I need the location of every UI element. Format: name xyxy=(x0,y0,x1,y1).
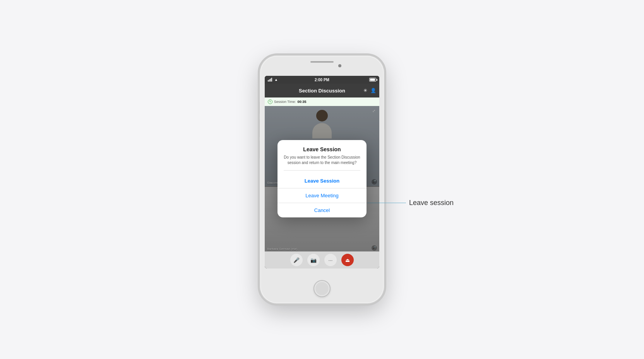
status-bar-left: ▲ xyxy=(268,78,278,82)
signal-bar-1 xyxy=(268,80,269,82)
status-bar-right xyxy=(369,78,376,82)
leave-meeting-button[interactable]: Leave Meeting xyxy=(277,188,367,203)
speaker-grille xyxy=(310,61,334,63)
modal-header-divider xyxy=(284,170,360,171)
signal-bar-3 xyxy=(270,79,271,82)
status-bar: ▲ 2:00 PM xyxy=(265,76,379,84)
phone-screen: ▲ 2:00 PM Section Discussion ✳ 👤 Session… xyxy=(265,76,379,268)
signal-bar-2 xyxy=(269,79,270,82)
header-icons: ✳ 👤 xyxy=(363,88,376,93)
home-button[interactable] xyxy=(313,280,331,297)
volume-up-button[interactable] xyxy=(258,120,260,137)
modal-overlay: Leave Session Do you want to leave the S… xyxy=(265,106,379,251)
user-icon[interactable]: 👤 xyxy=(370,88,376,93)
video-button[interactable]: 📷 xyxy=(307,254,320,266)
leave-session-dialog: Leave Session Do you want to leave the S… xyxy=(277,140,367,217)
leave-session-toolbar-button[interactable]: ⏏ xyxy=(341,254,354,266)
volume-down-button[interactable] xyxy=(258,141,260,158)
phone-shell: ▲ 2:00 PM Section Discussion ✳ 👤 Session… xyxy=(260,56,384,303)
app-header-title: Section Discussion xyxy=(299,88,345,94)
app-header: Section Discussion ✳ 👤 xyxy=(265,84,379,97)
toolbar: 🎤 📷 ··· ⏏ xyxy=(265,251,379,268)
mute-button[interactable] xyxy=(258,102,260,114)
leave-session-button[interactable]: Leave Session xyxy=(277,174,367,188)
signal-bar-4 xyxy=(271,78,272,82)
battery-icon xyxy=(369,78,376,82)
signal-icon xyxy=(268,78,272,82)
video-area: Giacom ⤢ 🎤 Barbara German (me) 🎤 Leave S… xyxy=(265,106,379,251)
status-time: 2:00 PM xyxy=(315,78,329,82)
cancel-button[interactable]: Cancel xyxy=(277,203,367,217)
clock-icon xyxy=(268,99,272,104)
session-time-bar: Session Time: 00:35 xyxy=(265,97,379,106)
session-time-value: 00:35 xyxy=(298,100,307,104)
power-button[interactable] xyxy=(384,110,386,129)
session-time-label: Session Time: xyxy=(274,100,296,104)
mic-button[interactable]: 🎤 xyxy=(290,254,303,266)
front-camera xyxy=(338,64,341,67)
modal-header: Leave Session Do you want to leave the S… xyxy=(277,140,367,174)
bluetooth-icon[interactable]: ✳ xyxy=(363,88,367,93)
annotation-label: Leave session xyxy=(409,199,454,207)
modal-message: Do you want to leave the Section Discuss… xyxy=(284,155,360,166)
modal-title: Leave Session xyxy=(284,146,360,152)
battery-fill xyxy=(370,79,375,81)
more-button[interactable]: ··· xyxy=(324,254,337,266)
wifi-icon: ▲ xyxy=(274,78,278,82)
